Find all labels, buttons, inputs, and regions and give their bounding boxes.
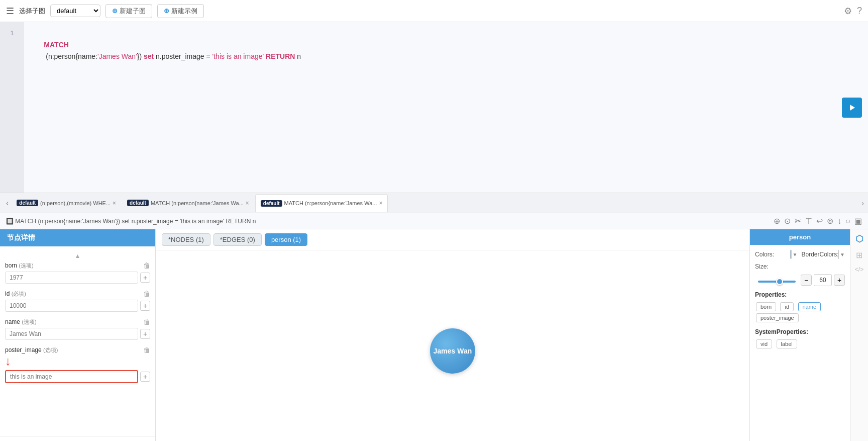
right-panel: person Colors: ▼ BorderColors: ▼ Size: — [749, 229, 850, 441]
code-content[interactable]: MATCH (n:person{name:'James Wan'}) set n… — [24, 22, 868, 193]
action-buttons: ✏ 修改 🗑 删除 — [0, 436, 155, 441]
query-bar-actions: ⊕ ⊙ ✂ ⊤ ↩ ⊚ ↓ ○ ▣ — [774, 216, 862, 226]
node-panel: 节点详情 ▲ born (选项) 🗑 + — [0, 229, 156, 441]
line-numbers: 1 — [0, 22, 24, 193]
menu-icon[interactable]: ☰ — [6, 6, 14, 17]
field-id-label: id (必填) 🗑 — [5, 290, 150, 298]
field-poster-input[interactable] — [5, 370, 138, 383]
graph-canvas[interactable]: James Wan — [156, 250, 749, 441]
field-born-label: born (选项) 🗑 — [5, 261, 150, 270]
field-name-add[interactable]: + — [140, 329, 150, 339]
field-poster-add[interactable]: + — [140, 372, 150, 382]
tab-item-0[interactable]: default (n:person),(m:movie) WHE... × — [12, 194, 121, 212]
code-set-target: n.poster_image = — [154, 52, 212, 60]
run-button[interactable] — [842, 98, 862, 118]
field-name-delete[interactable]: 🗑 — [143, 318, 150, 326]
code-node-end: }) — [137, 52, 144, 60]
border-colors-dropdown-icon[interactable]: ▼ — [840, 252, 845, 257]
query-bar: 🔲 MATCH (n:person{name:'James Wan'}) set… — [0, 213, 868, 229]
toolbar-right: ⚙ ? — [844, 6, 862, 17]
red-arrow-icon: ↓ — [5, 354, 11, 368]
settings-button[interactable]: ⚙ — [844, 6, 852, 17]
field-born-input[interactable] — [5, 272, 138, 284]
field-born-add[interactable]: + — [140, 273, 150, 283]
size-row: Size: — [755, 263, 845, 270]
size-controls: − 60 + — [801, 274, 845, 286]
subgraph-select[interactable]: default — [50, 5, 100, 17]
add-icon[interactable]: ⊕ — [774, 216, 780, 226]
field-born: born (选项) 🗑 + — [5, 261, 150, 284]
layout-icon[interactable]: ▣ — [854, 216, 862, 226]
field-poster-delete[interactable]: 🗑 — [143, 346, 150, 354]
size-label: Size: — [755, 263, 769, 270]
tab-close-0[interactable]: × — [113, 200, 116, 207]
arrow-indicator: ↓ — [5, 356, 150, 368]
pin-icon[interactable]: ⊤ — [805, 216, 812, 226]
tab-close-1[interactable]: × — [246, 200, 249, 207]
toolbar-label: 选择子图 — [19, 7, 45, 16]
tab-person[interactable]: person (1) — [265, 233, 307, 246]
field-id-input[interactable] — [5, 300, 138, 312]
node-label: James Wan — [433, 347, 472, 355]
icon-bar-code[interactable]: </> — [855, 266, 863, 273]
colors-row: Colors: ▼ BorderColors: ▼ — [755, 250, 845, 259]
properties-badges: born id name poster_image — [755, 301, 845, 323]
size-minus-button[interactable]: − — [801, 275, 812, 286]
james-wan-node[interactable]: James Wan — [430, 328, 475, 374]
tab-label-0: (n:person),(m:movie) WHE... — [40, 200, 111, 206]
tab-edges[interactable]: *EDGES (0) — [213, 233, 262, 246]
graph-area: *NODES (1) *EDGES (0) person (1) James W… — [156, 229, 749, 441]
sys-prop-label[interactable]: label — [777, 339, 797, 348]
tab-nodes[interactable]: *NODES (1) — [162, 233, 210, 246]
icon-bar: ⬡ ⊞ </> — [850, 229, 868, 441]
border-colors-box[interactable] — [838, 250, 839, 259]
help-button[interactable]: ? — [857, 6, 862, 17]
prop-poster-image[interactable]: poster_image — [756, 313, 799, 322]
field-id-delete[interactable]: 🗑 — [143, 290, 150, 298]
tab-item-2[interactable]: default MATCH (n:person{name:'James Wa..… — [255, 194, 388, 212]
field-name-input[interactable] — [5, 328, 138, 340]
circle-icon[interactable]: ○ — [845, 217, 850, 226]
field-id-add[interactable]: + — [140, 301, 150, 311]
prop-born[interactable]: born — [756, 302, 776, 311]
node-panel-body: ▲ born (选项) 🗑 + id (必填) — [0, 246, 155, 436]
size-control-row: − 60 + — [755, 274, 845, 286]
tab-more-button[interactable]: › — [861, 199, 864, 207]
cut-icon[interactable]: ✂ — [795, 216, 801, 226]
colors-label: Colors: — [755, 251, 790, 258]
scroll-hint: ▲ — [5, 250, 150, 261]
tab-close-2[interactable]: × — [379, 200, 382, 207]
new-instance-button[interactable]: ⊕ 新建示例 — [157, 4, 204, 18]
expand-icon[interactable]: ⊚ — [827, 216, 833, 226]
size-slider[interactable] — [758, 281, 796, 283]
prop-id[interactable]: id — [780, 302, 794, 311]
tab-label-1: MATCH (n:person{name:'James Wa... — [151, 200, 244, 206]
size-plus-button[interactable]: + — [834, 275, 845, 286]
main-content: 节点详情 ▲ born (选项) 🗑 + — [0, 229, 868, 441]
field-poster-image: poster_image (选项) 🗑 ↓ + — [5, 346, 150, 383]
tab-badge-1: default — [127, 200, 149, 206]
share-icon[interactable]: ⊙ — [784, 216, 791, 226]
field-born-delete[interactable]: 🗑 — [143, 261, 150, 270]
download-icon[interactable]: ↓ — [837, 217, 841, 226]
tab-prev-button[interactable]: ‹ — [4, 199, 11, 208]
svg-marker-0 — [850, 105, 855, 111]
undo-icon[interactable]: ↩ — [816, 216, 823, 226]
keyword-match: MATCH — [44, 41, 69, 49]
query-bar-text: 🔲 MATCH (n:person{name:'James Wan'}) set… — [6, 218, 256, 225]
field-id: id (必填) 🗑 + — [5, 290, 150, 312]
tab-badge-2: default — [261, 200, 282, 207]
new-subgraph-button[interactable]: ⊕ 新建子图 — [105, 4, 152, 18]
size-input[interactable]: 60 — [814, 274, 832, 286]
colors-dropdown-icon[interactable]: ▼ — [793, 252, 798, 257]
colors-box[interactable] — [790, 250, 792, 259]
code-string-name: 'James Wan' — [97, 52, 137, 60]
field-poster-input-row: + — [5, 370, 150, 383]
icon-bar-table[interactable]: ⊞ — [856, 250, 862, 260]
tab-item-1[interactable]: default MATCH (n:person{name:'James Wa..… — [122, 194, 254, 212]
prop-name[interactable]: name — [798, 302, 821, 311]
field-name: name (选项) 🗑 + — [5, 318, 150, 340]
sys-prop-vid[interactable]: vid — [756, 339, 772, 348]
slider-container — [758, 276, 796, 285]
icon-bar-graph[interactable]: ⬡ — [855, 233, 863, 244]
